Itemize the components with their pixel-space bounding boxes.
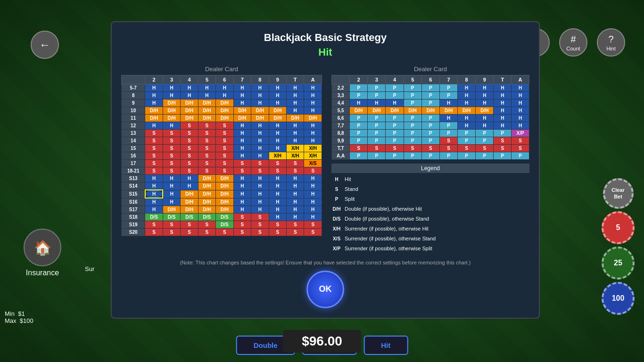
strategy-cell: P: [439, 130, 457, 137]
strategy-cell: S: [350, 145, 368, 152]
strategy-cell: S: [458, 145, 476, 152]
strategy-cell: H: [145, 84, 163, 92]
strategy-cell: H: [269, 130, 286, 137]
strategy-cell: S: [512, 145, 529, 152]
strategy-cell: H: [476, 92, 494, 99]
table-row: 14SSSSSHHHHH: [122, 137, 322, 145]
legend-desc: Surrender (if possible), otherwise Hit: [345, 226, 429, 231]
strategy-cell: H: [181, 182, 198, 190]
legend-desc: Hit: [345, 176, 351, 182]
row-label: 5-7: [122, 84, 145, 92]
strategy-cell: S: [286, 160, 304, 167]
home-button[interactable]: 🏠: [24, 229, 61, 266]
col-header: A: [304, 75, 322, 84]
strategy-cell: H: [458, 99, 476, 107]
chip-100[interactable]: 100: [602, 282, 635, 315]
strategy-cell: D/H: [368, 107, 386, 115]
table-row: S17HD/HD/HD/HD/HHHHHH: [122, 206, 322, 214]
strategy-cell: S: [368, 145, 386, 152]
row-label: 16: [122, 152, 145, 160]
strategy-cell: S: [494, 137, 512, 145]
hint-button[interactable]: ? Hint: [597, 28, 625, 57]
row-label: T,T: [332, 145, 350, 152]
strategy-cell: H: [476, 115, 494, 122]
strategy-cell: D/H: [476, 107, 494, 115]
strategy-cell: D/H: [181, 115, 198, 122]
row-label: 14: [122, 137, 145, 145]
row-label: 10: [122, 107, 145, 115]
legend-items: HHitSStandPSplitD/HDouble (if possible),…: [331, 175, 529, 253]
strategy-cell: P: [350, 92, 368, 99]
strategy-cell: S: [198, 229, 215, 236]
strategy-cell: P: [439, 122, 457, 130]
strategy-cell: P: [439, 84, 457, 92]
strategy-cell: H: [145, 182, 163, 190]
back-button[interactable]: ←: [31, 31, 59, 59]
strategy-cell: D/H: [216, 206, 233, 214]
chip-25[interactable]: 25: [602, 247, 635, 280]
strategy-cell: H: [269, 122, 286, 130]
count-button[interactable]: # Count: [559, 28, 587, 57]
strategy-cell: D/H: [421, 107, 439, 115]
strategy-cell: P: [439, 152, 457, 160]
strategy-cell: S: [251, 160, 269, 167]
strategy-cell: S: [286, 167, 304, 175]
chip-5[interactable]: 5: [602, 211, 635, 244]
strategy-cell: D/H: [198, 107, 215, 115]
col-header: 2: [145, 75, 163, 84]
strategy-cell: P: [404, 115, 421, 122]
strategy-cell: H: [251, 198, 269, 206]
strategy-cell: S: [145, 221, 163, 229]
ok-button[interactable]: OK: [306, 271, 344, 308]
min-value: $1: [18, 310, 25, 317]
strategy-cell: P: [350, 84, 368, 92]
legend-title: Legend: [331, 164, 529, 173]
strategy-cell: H: [233, 84, 251, 92]
strategy-cell: S: [304, 221, 322, 229]
count-label: Count: [566, 46, 580, 51]
strategy-cell: H: [286, 137, 304, 145]
strategy-cell: S: [216, 145, 233, 152]
sur-label: Sur: [85, 265, 94, 272]
hint-label: Hint: [606, 46, 616, 51]
strategy-cell: S: [216, 160, 233, 167]
strategy-cell: H: [512, 107, 529, 115]
strategy-cell: H: [350, 99, 368, 107]
strategy-cell: D/H: [216, 190, 233, 198]
strategy-cell: P: [386, 130, 404, 137]
strategy-cell: S: [216, 130, 233, 137]
table-row: 7,7PPPPPPHHHH: [332, 122, 529, 130]
hit-button[interactable]: Hit: [363, 336, 408, 355]
strategy-cell: H: [494, 84, 512, 92]
legend-item: HHit: [331, 175, 529, 183]
strategy-cell: H: [216, 84, 233, 92]
strategy-cell: P: [404, 99, 421, 107]
strategy-cell: H: [163, 198, 180, 206]
strategy-cell: P: [458, 137, 476, 145]
strategy-cell: S: [421, 145, 439, 152]
table-row: 8HHHHHHHHHH: [122, 92, 322, 99]
strategy-cell: S: [163, 221, 180, 229]
strategy-cell: H: [233, 206, 251, 214]
strategy-cell: P: [386, 137, 404, 145]
legend-desc: Stand: [345, 186, 358, 192]
row-label: 4,4: [332, 99, 350, 107]
row-label: 2,2: [332, 84, 350, 92]
strategy-cell: P: [404, 137, 421, 145]
col-header: 6: [421, 75, 439, 84]
strategy-cell: S: [386, 145, 404, 152]
legend-item: SStand: [331, 185, 529, 193]
row-label: 9,9: [332, 137, 350, 145]
strategy-cell: H: [145, 122, 163, 130]
col-header: T: [286, 75, 304, 84]
row-label: S14: [122, 182, 145, 190]
col-header: 7: [439, 75, 457, 84]
strategy-cell: H: [145, 190, 163, 198]
strategy-cell: H: [286, 206, 304, 214]
clear-bet-chip[interactable]: ClearBet: [603, 178, 634, 209]
col-header: 8: [458, 75, 476, 84]
strategy-cell: H: [251, 84, 269, 92]
strategy-cell: H: [251, 99, 269, 107]
strategy-cell: S: [145, 152, 163, 160]
strategy-cell: S: [269, 229, 286, 236]
